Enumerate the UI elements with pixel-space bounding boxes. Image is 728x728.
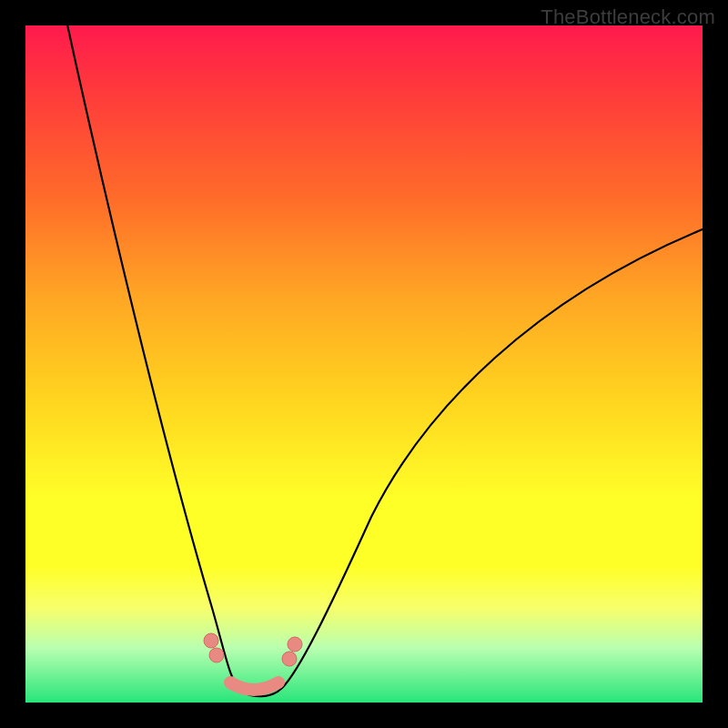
series-marker (282, 652, 297, 666)
chart-plot-area (25, 25, 703, 703)
marker-cluster-bottom (230, 682, 278, 690)
series-marker (209, 648, 224, 662)
watermark-text: TheBottleneck.com (541, 5, 715, 29)
bottleneck-curve (66, 16, 703, 696)
series-marker (288, 637, 302, 652)
chart-svg (25, 25, 703, 703)
series-marker (204, 633, 218, 648)
